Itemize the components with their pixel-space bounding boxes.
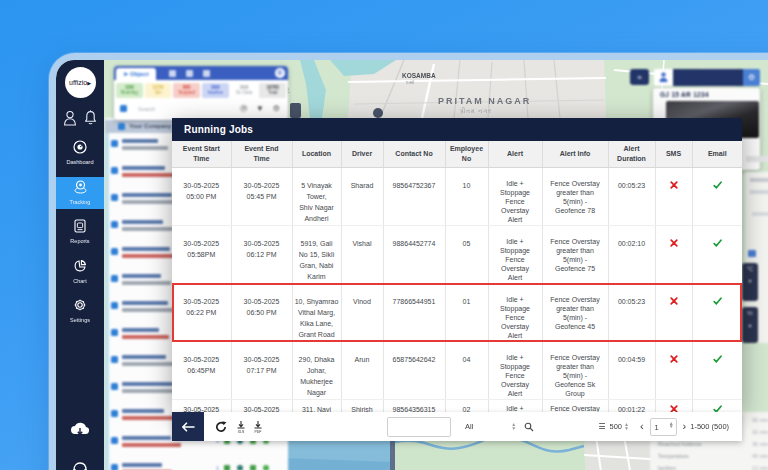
svg-text:XLS: XLS (238, 430, 245, 434)
svg-text:PDF: PDF (255, 430, 262, 434)
